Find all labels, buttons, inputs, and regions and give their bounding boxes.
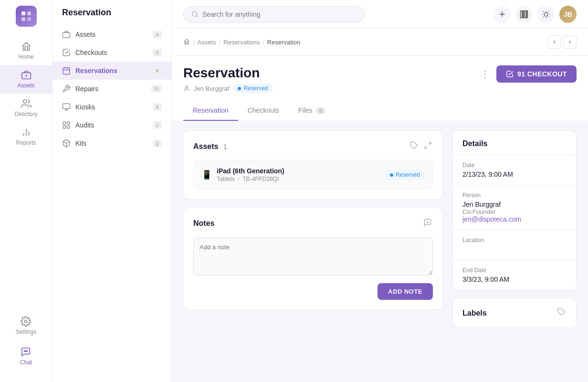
add-note-icon-button[interactable]: [422, 217, 433, 230]
sidebar-item-chat[interactable]: Chat: [16, 342, 36, 371]
details-person-email[interactable]: jen@dispoteca.com: [462, 215, 567, 223]
asset-item: 📱 iPad (6th Generation) Tablets • TB-4PF…: [193, 160, 433, 190]
page-title: Reservation: [183, 65, 273, 81]
menu-assets-shortcut: a: [153, 31, 162, 38]
status-dot: [238, 87, 241, 90]
asset-meta: Tablets • TB-4PFD38QI: [217, 176, 284, 182]
topbar: + JB: [172, 0, 588, 29]
svg-rect-20: [63, 104, 70, 109]
status-badge: Reserved: [233, 84, 273, 93]
search-bar[interactable]: [183, 6, 365, 22]
svg-point-14: [27, 350, 28, 351]
right-panel: Details Date 2/13/23, 9:00 AM Person Jen…: [452, 130, 577, 372]
tab-checkouts[interactable]: Checkouts: [238, 101, 289, 121]
assets-card: Assets 1: [183, 130, 443, 200]
menu-item-checkouts[interactable]: Checkouts o: [52, 43, 171, 62]
user-avatar[interactable]: JB: [559, 6, 577, 23]
menu-item-kiosks[interactable]: Kiosks k: [52, 98, 171, 116]
menu-item-audits[interactable]: Audits u: [52, 116, 171, 134]
app-logo[interactable]: [16, 6, 37, 27]
sidebar-item-settings[interactable]: Settings: [16, 311, 36, 340]
breadcrumb-reservations[interactable]: Reservations: [223, 39, 260, 46]
barcode-button[interactable]: [515, 6, 533, 23]
details-person-name: Jen Burggraf: [462, 201, 567, 208]
svg-line-29: [196, 15, 198, 17]
theme-button[interactable]: [537, 6, 555, 23]
add-button[interactable]: +: [494, 6, 511, 23]
details-date-label: Date: [462, 162, 567, 169]
chat-label: Chat: [20, 359, 32, 366]
files-badge: 0: [316, 107, 326, 114]
menu-kits-label: Kits: [75, 139, 86, 147]
menu-audits-label: Audits: [75, 121, 94, 129]
svg-rect-15: [63, 32, 70, 38]
topbar-actions: + JB: [494, 6, 577, 23]
assets-card-icons: [409, 140, 433, 152]
svg-rect-24: [67, 122, 70, 124]
menu-assets-label: Assets: [75, 31, 95, 38]
svg-rect-1: [27, 11, 31, 15]
menu-item-kits[interactable]: Kits g: [52, 134, 171, 152]
menu-repairs-label: Repairs: [75, 85, 98, 93]
menu-item-reservations[interactable]: Reservations v: [52, 62, 171, 80]
sidebar-item-assets[interactable]: Assets: [0, 65, 52, 94]
tab-files[interactable]: Files 0: [289, 101, 336, 121]
page-header-row: Reservation Jen Burggraf Reserved ⋮: [183, 65, 577, 93]
details-location-value: [462, 245, 567, 253]
checkout-button[interactable]: 91 CHECKOUT: [496, 65, 577, 83]
details-title: Details: [453, 131, 576, 155]
search-input[interactable]: [202, 11, 357, 18]
left-panel: Assets 1: [183, 130, 443, 372]
menu-item-assets[interactable]: Assets a: [52, 25, 171, 43]
svg-point-12: [24, 350, 25, 351]
tag-icon-button[interactable]: [409, 140, 419, 152]
svg-rect-31: [523, 11, 524, 18]
svg-point-43: [186, 86, 188, 88]
assets-card-title-area: Assets 1: [193, 142, 227, 151]
tab-reservation[interactable]: Reservation: [183, 101, 238, 121]
tablet-icon: 📱: [201, 170, 212, 180]
breadcrumb-sep-1: /: [193, 39, 195, 46]
labels-tag-button[interactable]: [556, 307, 567, 319]
menu-item-repairs[interactable]: Repairs m: [52, 80, 171, 98]
notes-card: Notes ADD NOTE: [183, 207, 443, 310]
sidebar-item-reports[interactable]: Reports: [0, 122, 52, 151]
asset-category: Tablets: [217, 176, 235, 182]
note-textarea[interactable]: [193, 237, 433, 276]
menu-checkouts-shortcut: o: [153, 49, 162, 56]
svg-point-28: [192, 11, 197, 16]
details-date-value: 2/13/23, 9:00 AM: [462, 170, 567, 178]
details-card: Details Date 2/13/23, 9:00 AM Person Jen…: [452, 130, 577, 290]
asset-id: TB-4PFD38QI: [242, 176, 279, 182]
svg-point-11: [25, 320, 28, 323]
checkout-icon: [506, 70, 514, 78]
details-person-role: Co-Founder: [462, 208, 567, 215]
svg-line-41: [543, 16, 544, 17]
more-options-button[interactable]: ⋮: [477, 65, 493, 83]
sidebar-item-directory[interactable]: Directory: [0, 94, 52, 122]
svg-point-13: [26, 350, 27, 351]
svg-line-38: [548, 16, 549, 17]
expand-icon-button[interactable]: [423, 140, 433, 152]
icon-sidebar: Home Assets Directory Reports: [0, 0, 52, 382]
back-button[interactable]: [548, 35, 561, 49]
settings-label: Settings: [16, 329, 36, 335]
sidebar-item-home[interactable]: Home: [0, 36, 52, 65]
svg-point-7: [23, 100, 26, 103]
svg-rect-0: [21, 11, 25, 15]
assets-card-title: Assets: [193, 142, 218, 150]
forward-button[interactable]: [563, 35, 577, 49]
asset-item-left: 📱 iPad (6th Generation) Tablets • TB-4PF…: [201, 167, 284, 182]
svg-rect-30: [521, 11, 522, 18]
svg-line-37: [543, 11, 544, 12]
breadcrumb-home[interactable]: [183, 38, 190, 46]
breadcrumb-assets[interactable]: Assets: [198, 39, 216, 46]
sidebar-assets-label: Assets: [17, 82, 34, 89]
svg-rect-2: [21, 17, 25, 21]
page-header: Reservation Jen Burggraf Reserved ⋮: [172, 56, 588, 121]
svg-rect-23: [63, 122, 65, 124]
add-note-button[interactable]: ADD NOTE: [378, 283, 433, 300]
content-area: / Assets / Reservations / Reservation R: [172, 29, 588, 382]
breadcrumb-sep-3: /: [262, 39, 264, 46]
page-user: Jen Burggraf: [194, 85, 229, 92]
